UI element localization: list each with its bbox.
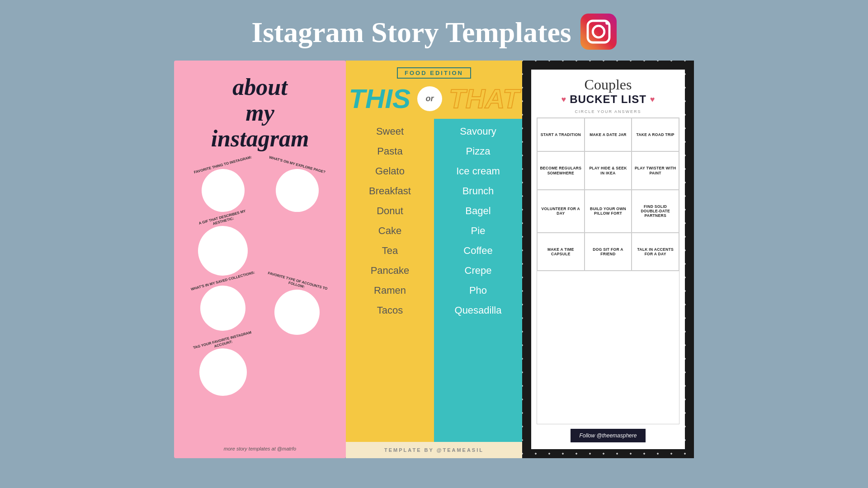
t2-left-gelato: Gelato bbox=[375, 165, 405, 177]
t3-bottom-row: Follow @theemasphere bbox=[537, 429, 679, 442]
t1-fav-thing-cell: FAVORITE THING TO INSTAGRAM: bbox=[188, 163, 258, 212]
t2-right-icecream: Ice cream bbox=[456, 165, 500, 177]
t3-cell-0: START A TRADITION bbox=[537, 118, 585, 151]
t3-cell-1: MAKE A DATE JAR bbox=[585, 118, 632, 151]
t1-fav-accounts-cell: FAVORITE TYPE OF ACCOUNTS TO FOLLOW: bbox=[262, 279, 332, 335]
t2-or-label: or bbox=[417, 86, 442, 111]
t3-cell-3: BECOME REGULARS SOMEWHERE bbox=[537, 151, 585, 190]
t2-right-bagel: Bagel bbox=[465, 205, 491, 217]
t2-left-column: Sweet Pasta Gelato Breakfast Donut Cake … bbox=[346, 119, 434, 442]
t1-saved-cell: WHAT'S IN MY SAVED COLLECTIONS: bbox=[188, 279, 258, 335]
t1-circle-3 bbox=[198, 226, 248, 276]
t3-grid: START A TRADITION MAKE A DATE JAR TAKE A… bbox=[537, 117, 679, 271]
page-header: Istagram Story Templates bbox=[0, 0, 868, 61]
page-title: Istagram Story Templates bbox=[251, 16, 571, 49]
t3-cell-5: PLAY TWISTER WITH PAINT bbox=[632, 151, 679, 190]
t3-cell-7: BUILD YOUR OWN PILLOW FORT bbox=[585, 190, 632, 233]
t3-circle-answers-label: CIRCLE YOUR ANSWERS bbox=[537, 109, 679, 114]
template-this-or-that: FOOD EDITION THIS or THAT Sweet Pasta Ge… bbox=[346, 61, 522, 458]
t2-right-pho: Pho bbox=[469, 285, 487, 296]
svg-point-3 bbox=[605, 21, 609, 25]
t1-fav-ig-cell: TAG YOUR FAVORITE INSTAGRAM ACCOUNT: bbox=[188, 338, 258, 396]
t3-title-area: Couples ♥ BUCKET LIST ♥ bbox=[537, 76, 679, 106]
t1-footer: more story templates at @matrfo bbox=[174, 446, 346, 451]
t2-right-crepe: Crepe bbox=[465, 265, 492, 277]
t2-left-pancake: Pancake bbox=[371, 265, 410, 277]
t1-circle-5 bbox=[274, 290, 320, 335]
t2-right-quesadilla: Quesadilla bbox=[455, 305, 502, 316]
t2-footer: TEMPLATE BY @TEAMEASIL bbox=[346, 442, 522, 458]
t1-title: aboutmyinstagram bbox=[183, 74, 337, 152]
t3-heart-left: ♥ bbox=[561, 95, 566, 104]
t3-follow-label: Follow @theemasphere bbox=[571, 429, 646, 442]
t3-cell-2: TAKE A ROAD TRIP bbox=[632, 118, 679, 151]
t2-right-column: Savoury Pizza Ice cream Brunch Bagel Pie… bbox=[434, 119, 522, 442]
t3-cell-11: TALK IN ACCENTS FOR A DAY bbox=[632, 233, 679, 271]
templates-container: aboutmyinstagram FAVORITE THING TO INSTA… bbox=[0, 61, 868, 458]
t1-circle-2 bbox=[276, 169, 319, 212]
t2-food-edition-badge: FOOD EDITION bbox=[397, 67, 471, 79]
t3-cell-6: VOLUNTEER FOR A DAY bbox=[537, 190, 585, 233]
t1-gif-cell: A GIF THAT DESCRIBES MY AESTHETIC: bbox=[188, 216, 258, 276]
t2-title-row: THIS or THAT bbox=[346, 83, 522, 114]
t2-body: Sweet Pasta Gelato Breakfast Donut Cake … bbox=[346, 119, 522, 442]
t2-that-label: THAT bbox=[449, 83, 519, 114]
t2-right-coffee: Coffee bbox=[463, 245, 492, 257]
t2-left-sweet: Sweet bbox=[376, 126, 404, 137]
t2-right-pie: Pie bbox=[471, 225, 486, 237]
t2-left-tea: Tea bbox=[382, 245, 398, 257]
t2-right-pizza: Pizza bbox=[466, 145, 491, 157]
t3-couples-label: Couples bbox=[537, 76, 679, 93]
t2-left-breakfast: Breakfast bbox=[369, 185, 411, 197]
t1-circle-4 bbox=[200, 286, 245, 331]
t1-circle-1 bbox=[202, 169, 245, 212]
instagram-icon bbox=[580, 14, 617, 52]
t3-inner: Couples ♥ BUCKET LIST ♥ CIRCLE YOUR ANSW… bbox=[531, 70, 685, 449]
template-bucket-list: Couples ♥ BUCKET LIST ♥ CIRCLE YOUR ANSW… bbox=[522, 61, 694, 458]
t3-cell-9: MAKE A TIME CAPSULE bbox=[537, 233, 585, 271]
t2-left-tacos: Tacos bbox=[377, 305, 403, 316]
t3-cell-8: FIND SOLID DOUBLE-DATE PARTNERS bbox=[632, 190, 679, 233]
t3-cell-4: PLAY HIDE & SEEK IN IKEA bbox=[585, 151, 632, 190]
t1-circle-6 bbox=[199, 348, 247, 396]
t2-left-cake: Cake bbox=[378, 225, 401, 237]
t3-cell-10: DOG SIT FOR A FRIEND bbox=[585, 233, 632, 271]
t3-heart-right: ♥ bbox=[650, 95, 655, 104]
t2-left-pasta: Pasta bbox=[377, 145, 402, 157]
t2-right-savoury: Savoury bbox=[460, 126, 496, 137]
t2-right-brunch: Brunch bbox=[462, 185, 494, 197]
t1-explore-cell: WHAT'S ON MY EXPLORE PAGE? bbox=[262, 163, 332, 212]
t2-this-label: THIS bbox=[349, 83, 410, 114]
t3-bucket-list-label: BUCKET LIST bbox=[570, 93, 646, 106]
t2-header: FOOD EDITION THIS or THAT bbox=[346, 61, 522, 119]
t2-left-donut: Donut bbox=[377, 205, 403, 217]
t3-empty-area bbox=[537, 271, 679, 424]
template-about-instagram: aboutmyinstagram FAVORITE THING TO INSTA… bbox=[174, 61, 346, 458]
svg-rect-0 bbox=[580, 14, 617, 50]
t2-left-ramen: Ramen bbox=[374, 285, 406, 296]
